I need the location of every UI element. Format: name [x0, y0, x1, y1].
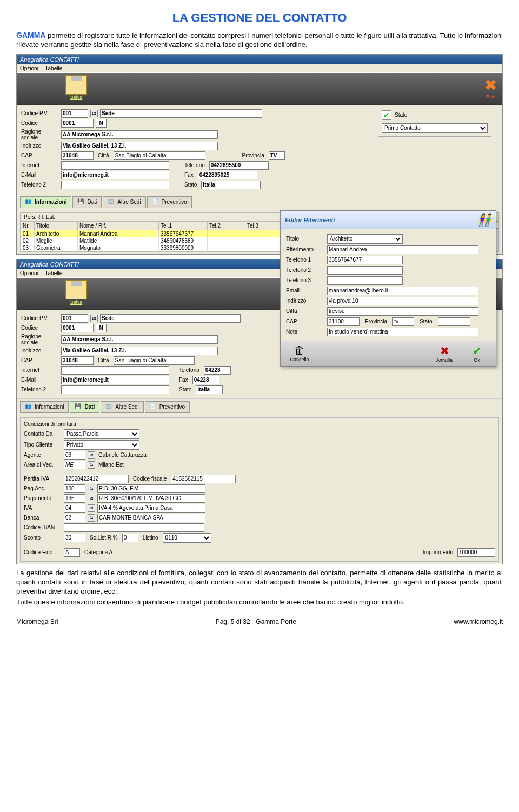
editor-cap[interactable]: [327, 317, 360, 326]
check-icon: ✔: [382, 110, 391, 120]
lookup-icon[interactable]: 🗂: [90, 110, 98, 117]
editor-stato[interactable]: [438, 317, 470, 326]
input-cfisc[interactable]: [171, 475, 236, 483]
input-N[interactable]: [96, 119, 107, 128]
tab-informazioni[interactable]: 👥Informazioni: [20, 401, 69, 413]
input-sclist[interactable]: [122, 534, 138, 542]
input-sconto[interactable]: [64, 534, 85, 542]
input-sede[interactable]: [100, 314, 241, 323]
editor-rif[interactable]: [327, 245, 478, 254]
input-cap[interactable]: [61, 356, 94, 365]
page-footer: Micromega Srl Pag. 5 di 32 - Gamma Porte…: [16, 618, 503, 625]
toolbar: Salva ✖ Esci: [17, 72, 502, 105]
editor-riferimenti-popup: Editor Riferimenti 👫 TitoloArchitetto Ri…: [280, 210, 496, 367]
editor-prov[interactable]: [392, 317, 414, 326]
input-email[interactable]: [61, 171, 169, 179]
lookup-icon[interactable]: 🗂: [88, 495, 95, 502]
editor-t3[interactable]: [327, 276, 403, 285]
input-email[interactable]: [61, 376, 169, 384]
editor-email[interactable]: [327, 287, 478, 295]
lookup-icon[interactable]: 🗂: [88, 461, 95, 469]
lookup-icon[interactable]: 🗂: [88, 504, 95, 512]
cancel-icon: ✖: [440, 344, 449, 357]
lookup-icon[interactable]: 🗂: [90, 315, 98, 322]
input-codice[interactable]: [61, 324, 94, 332]
label-provincia: Provincia: [240, 152, 267, 158]
label-telefono: Telefono: [182, 162, 207, 168]
input-area[interactable]: [64, 461, 85, 469]
tab-informazioni[interactable]: 👥Informazioni: [20, 196, 71, 208]
tab-altre-sedi[interactable]: 🏢Altre Sedi: [103, 196, 145, 208]
input-codicepv[interactable]: [61, 109, 88, 118]
lookup-icon[interactable]: 🗂: [88, 485, 95, 492]
input-sede[interactable]: [100, 109, 262, 118]
input-piva[interactable]: [64, 475, 129, 483]
input-telefono[interactable]: [204, 366, 231, 375]
menu-tabelle[interactable]: Tabelle: [45, 270, 63, 276]
input-ragione[interactable]: [61, 130, 218, 139]
input-telefono[interactable]: [209, 161, 269, 170]
save-button[interactable]: Salva: [65, 75, 87, 100]
input-N[interactable]: [96, 324, 107, 332]
ok-button[interactable]: ✔Ok: [463, 344, 490, 363]
input-pagacc[interactable]: [64, 484, 85, 493]
annulla-button[interactable]: ✖Annulla: [431, 344, 458, 363]
input-fax[interactable]: [192, 376, 219, 384]
label-ragione: Ragione sociale: [21, 129, 59, 141]
cancella-button[interactable]: 🗑Cancella: [286, 344, 313, 362]
save-button[interactable]: Salva: [65, 280, 87, 305]
input-stato[interactable]: [201, 181, 261, 189]
input-codicepv[interactable]: [61, 314, 88, 323]
input-banca[interactable]: [64, 514, 85, 522]
footer-left: Micromega Srl: [16, 618, 58, 625]
input-internet[interactable]: [61, 161, 169, 170]
editor-t1[interactable]: [327, 256, 403, 264]
menu-tabelle[interactable]: Tabelle: [45, 65, 63, 71]
menu-opzioni[interactable]: Opzioni: [20, 270, 38, 276]
input-provincia[interactable]: [269, 151, 285, 160]
input-ragione[interactable]: [61, 335, 218, 344]
input-internet[interactable]: [61, 366, 169, 375]
stato-select[interactable]: Primo Contatto: [382, 123, 488, 133]
input-tel2[interactable]: [61, 385, 169, 394]
editor-note[interactable]: [327, 328, 478, 336]
tab-preventivo[interactable]: 📄Preventivo: [145, 401, 190, 413]
editor-ind[interactable]: [327, 297, 478, 305]
editor-titolo[interactable]: Architetto: [327, 234, 403, 244]
input-agente[interactable]: [64, 451, 85, 460]
label-fax: Fax: [182, 172, 196, 178]
label-citta: Città: [96, 152, 111, 158]
tab-preventivo[interactable]: 📄Preventivo: [147, 196, 192, 208]
input-cap[interactable]: [61, 151, 94, 160]
editor-citta[interactable]: [327, 307, 478, 316]
lookup-icon[interactable]: 🗂: [88, 514, 95, 522]
input-stato[interactable]: [196, 385, 223, 394]
input-iva[interactable]: [64, 504, 85, 513]
input-cfido[interactable]: [64, 548, 80, 557]
menu-opzioni[interactable]: Opzioni: [20, 65, 38, 71]
building-icon: 🏢: [108, 198, 115, 206]
input-codice[interactable]: [61, 119, 94, 128]
input-indirizzo[interactable]: [61, 142, 218, 150]
input-ifido[interactable]: [457, 548, 495, 557]
input-iban[interactable]: [64, 523, 204, 532]
tab-altre-sedi[interactable]: 🏢Altre Sedi: [101, 401, 143, 413]
paragraph-2: La gestione dei dati relativi alle condi…: [16, 569, 503, 596]
input-citta[interactable]: [114, 356, 195, 365]
exit-button[interactable]: ✖ Esci: [484, 76, 497, 99]
input-tel2[interactable]: [61, 181, 169, 189]
input-fax[interactable]: [198, 171, 257, 179]
select-listino[interactable]: 0110: [163, 533, 211, 543]
input-citta[interactable]: [114, 151, 205, 160]
select-tipocliente[interactable]: Privato: [64, 440, 139, 450]
tab-dati[interactable]: 💾Dati: [72, 196, 102, 208]
lookup-icon[interactable]: 🗂: [88, 451, 95, 459]
label-cap: CAP: [21, 152, 59, 158]
tab-dati[interactable]: 💾Dati: [70, 401, 99, 413]
label-email: E-Mail: [21, 172, 59, 178]
input-indirizzo[interactable]: [61, 347, 218, 355]
condizioni-section: Condizioni di fornitura Contatto DaPassa…: [20, 417, 499, 562]
input-pagamento[interactable]: [64, 494, 85, 503]
select-contattoda[interactable]: Passa Parola: [64, 429, 139, 439]
editor-t2[interactable]: [327, 266, 403, 275]
